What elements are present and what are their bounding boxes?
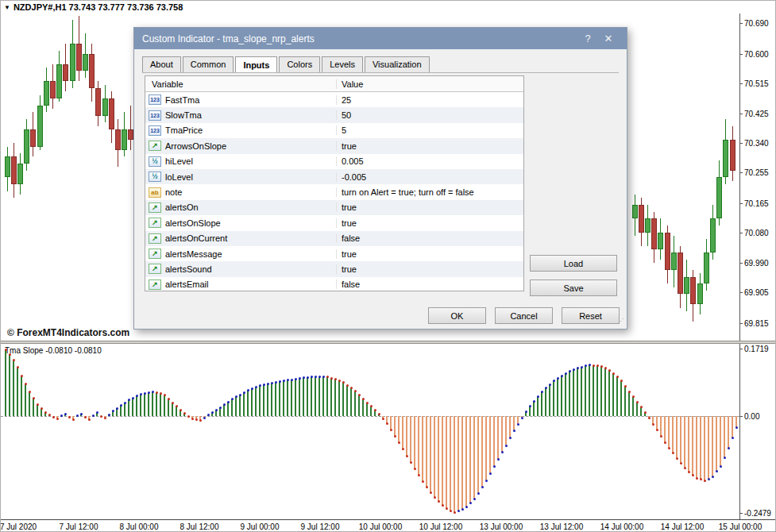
histogram-bar xyxy=(457,416,459,511)
histogram-bar xyxy=(283,381,284,416)
histogram-bar xyxy=(263,384,264,416)
histogram-bar xyxy=(628,391,630,416)
time-label: 9 Jul 12:00 xyxy=(301,522,340,531)
slope-dot xyxy=(215,409,218,411)
param-row-loLevel[interactable]: ½loLevel-0.005 xyxy=(145,169,523,184)
chart-param-icon: ↗ xyxy=(149,279,161,290)
price-label: 70.690 xyxy=(744,19,769,28)
dialog-titlebar[interactable]: Custom Indicator - tma_slope_nrp_alerts … xyxy=(134,28,627,49)
candle-body xyxy=(678,253,683,294)
save-button[interactable]: Save xyxy=(530,279,617,296)
value-cell[interactable]: true xyxy=(336,264,523,274)
histogram-bar xyxy=(569,372,570,416)
value-cell[interactable]: false xyxy=(336,233,523,243)
param-row-alertsOn[interactable]: ↗alertsOntrue xyxy=(145,200,523,215)
cancel-button[interactable]: Cancel xyxy=(495,307,553,324)
resize-grip-icon[interactable]: ⋰ xyxy=(617,319,625,327)
param-row-alertsEmail[interactable]: ↗alertsEmailfalse xyxy=(145,277,523,291)
variable-cell: ↗alertsEmail xyxy=(145,279,336,290)
value-cell[interactable]: true xyxy=(336,249,523,259)
value-cell[interactable]: true xyxy=(336,202,523,212)
candle-body xyxy=(697,283,703,304)
histogram-bar xyxy=(13,360,14,416)
value-cell[interactable]: 50 xyxy=(336,110,523,120)
tab-levels[interactable]: Levels xyxy=(322,56,363,72)
load-button[interactable]: Load xyxy=(530,255,617,272)
histogram-bar xyxy=(465,416,467,507)
histogram-bar xyxy=(33,398,34,416)
slope-dot xyxy=(354,390,357,392)
param-row-alertsOnCurrent[interactable]: ↗alertsOnCurrentfalse xyxy=(145,231,523,246)
histogram-bar xyxy=(728,416,729,448)
slope-dot xyxy=(446,507,448,510)
indicator-axis[interactable]: 0.17190.00-0.2479 xyxy=(739,344,776,519)
slope-dot xyxy=(37,403,39,406)
price-tick xyxy=(740,172,743,173)
variable-name: alertsOnCurrent xyxy=(165,233,227,243)
histogram-bar xyxy=(724,416,725,457)
histogram-bar xyxy=(338,380,340,416)
value-cell[interactable]: false xyxy=(336,279,523,289)
tab-colors[interactable]: Colors xyxy=(279,56,320,72)
slope-dot xyxy=(386,422,388,425)
histogram-bar xyxy=(5,349,6,416)
value-cell[interactable]: -0.005 xyxy=(336,172,523,182)
value-cell[interactable]: true xyxy=(336,141,523,151)
param-row-alertsSound[interactable]: ↗alertsSoundtrue xyxy=(145,261,523,276)
tab-inputs[interactable]: Inputs xyxy=(235,56,277,73)
candle-body xyxy=(658,233,663,250)
candle-body xyxy=(95,88,101,116)
candle-body xyxy=(11,156,17,184)
slope-dot xyxy=(501,451,504,453)
price-label: 69.905 xyxy=(744,288,769,297)
histogram-bar xyxy=(21,376,22,416)
tab-common[interactable]: Common xyxy=(183,56,234,72)
histogram-bar xyxy=(406,416,407,456)
histogram-bar xyxy=(561,376,562,416)
value-cell[interactable]: 5 xyxy=(336,125,523,135)
param-row-TmaPrice[interactable]: 123TmaPrice5 xyxy=(145,123,523,138)
param-row-note[interactable]: abnoteturn on Alert = true; turn off = f… xyxy=(145,184,523,199)
candle-body xyxy=(83,54,88,71)
value-cell[interactable]: turn on Alert = true; turn off = false xyxy=(336,187,523,197)
slope-dot xyxy=(390,429,392,431)
reset-button[interactable]: Reset xyxy=(562,307,620,324)
param-row-FastTma[interactable]: 123FastTma25 xyxy=(145,92,523,107)
param-row-alertsOnSlope[interactable]: ↗alertsOnSlopetrue xyxy=(145,215,523,230)
tab-about[interactable]: About xyxy=(142,56,181,72)
histogram-bar xyxy=(549,384,550,416)
slope-dot xyxy=(728,447,730,449)
slope-dot xyxy=(557,377,559,380)
variable-name: SlowTma xyxy=(165,110,202,120)
tab-visualization[interactable]: Visualization xyxy=(365,56,430,72)
indicator-panel[interactable]: Tma Slope -0.0810 -0.0810 xyxy=(1,344,739,519)
ok-button[interactable]: OK xyxy=(428,307,486,324)
price-tick xyxy=(740,233,743,233)
price-axis[interactable]: 70.69070.60070.51570.42570.34070.25570.1… xyxy=(739,13,776,341)
histogram-bar xyxy=(303,378,304,416)
symbol-dropdown-icon[interactable]: ▼ xyxy=(4,4,10,11)
slope-dot xyxy=(152,391,154,393)
slope-dot xyxy=(144,392,146,395)
help-button[interactable]: ? xyxy=(577,33,598,44)
close-icon[interactable]: ✕ xyxy=(598,33,619,44)
slope-dot xyxy=(660,435,662,438)
slope-dot xyxy=(136,395,138,397)
indicator-dialog: Custom Indicator - tma_slope_nrp_alerts … xyxy=(133,27,627,330)
param-row-hiLevel[interactable]: ½hiLevel0.005 xyxy=(145,154,523,169)
time-axis[interactable]: 7 Jul 20207 Jul 12:008 Jul 00:008 Jul 12… xyxy=(1,519,776,532)
value-cell[interactable]: 25 xyxy=(336,95,523,105)
slope-dot xyxy=(104,417,106,419)
param-row-ArrowsOnSlope[interactable]: ↗ArrowsOnSlopetrue xyxy=(145,138,523,153)
histogram-bar xyxy=(322,377,324,416)
param-row-SlowTma[interactable]: 123SlowTma50 xyxy=(145,107,523,122)
param-row-alertsMessage[interactable]: ↗alertsMessagetrue xyxy=(145,246,523,261)
value-cell[interactable]: true xyxy=(336,218,523,228)
header-variable: Variable xyxy=(145,79,336,89)
price-label: 70.255 xyxy=(744,168,769,177)
value-cell[interactable]: 0.005 xyxy=(336,156,523,166)
histogram-bar xyxy=(346,385,348,416)
variable-name: FastTma xyxy=(165,95,199,105)
histogram-bar xyxy=(132,398,133,416)
histogram-bar xyxy=(716,416,717,472)
